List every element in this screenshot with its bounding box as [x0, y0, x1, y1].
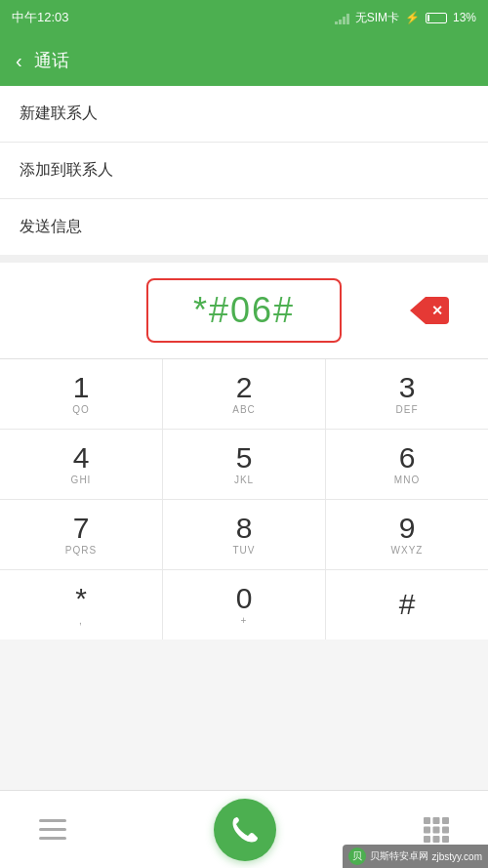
key-7[interactable]: 7 PQRS [0, 500, 163, 569]
menu-item-add-contact[interactable]: 添加到联系人 [0, 143, 488, 199]
keypad: 1 QO 2 ABC 3 DEF 4 GHI 5 JKL 6 MNO 7 PQR… [0, 358, 488, 640]
svg-rect-7 [433, 826, 440, 833]
key-7-letters: PQRS [65, 545, 97, 556]
key-3-number: 3 [399, 373, 416, 402]
svg-rect-8 [442, 826, 449, 833]
key-8-letters: TUV [233, 545, 256, 556]
battery-percent: 13% [453, 11, 476, 24]
svg-rect-6 [424, 826, 430, 833]
watermark-text: 贝斯特安卓网 [370, 849, 428, 863]
key-5[interactable]: 5 JKL [163, 430, 326, 499]
dial-display-container: *#06# ✕ [0, 263, 488, 358]
key-7-number: 7 [73, 514, 90, 543]
key-star-symbol: * [75, 584, 87, 613]
sim-text: 无SIM卡 [355, 10, 399, 26]
phone-icon [228, 813, 262, 847]
key-1-number: 1 [73, 373, 90, 402]
key-hash[interactable]: # [326, 570, 488, 640]
hamburger-icon [39, 819, 66, 841]
key-4-letters: GHI [71, 475, 92, 485]
key-3[interactable]: 3 DEF [326, 359, 488, 429]
header: ‹ 通话 [0, 35, 488, 86]
key-2[interactable]: 2 ABC [163, 359, 326, 429]
key-9-letters: WXYZ [391, 545, 424, 556]
svg-rect-3 [424, 817, 430, 824]
key-1[interactable]: 1 QO [0, 359, 163, 429]
signal-icon [335, 11, 349, 24]
section-divider [0, 255, 488, 263]
keypad-row-3: 7 PQRS 8 TUV 9 WXYZ [0, 500, 488, 570]
keypad-row-4: * , 0 + # [0, 570, 488, 640]
key-9-number: 9 [399, 514, 416, 543]
svg-rect-2 [39, 837, 66, 840]
key-hash-symbol: # [399, 590, 416, 619]
back-button[interactable]: ‹ [16, 50, 22, 72]
status-bar: 中午12:03 无SIM卡 ⚡ 13% [0, 0, 488, 35]
key-star[interactable]: * , [0, 570, 163, 640]
key-6-letters: MNO [394, 475, 420, 485]
key-star-letters: , [79, 615, 83, 626]
key-3-letters: DEF [396, 404, 419, 415]
menu-item-new-contact[interactable]: 新建联系人 [0, 86, 488, 143]
svg-rect-9 [424, 836, 430, 843]
grid-button[interactable] [424, 817, 449, 843]
keypad-row-2: 4 GHI 5 JKL 6 MNO [0, 430, 488, 500]
key-0-number: 0 [236, 584, 253, 613]
status-right: 无SIM卡 ⚡ 13% [335, 10, 476, 26]
key-8[interactable]: 8 TUV [163, 500, 326, 569]
status-time: 中午12:03 [12, 9, 69, 26]
key-6[interactable]: 6 MNO [326, 430, 488, 499]
dial-display: *#06# [146, 278, 342, 343]
key-1-letters: QO [72, 404, 90, 415]
battery-fill [427, 15, 429, 21]
backspace-button[interactable]: ✕ [410, 297, 449, 324]
page-title: 通话 [34, 49, 69, 72]
keypad-row-1: 1 QO 2 ABC 3 DEF [0, 359, 488, 430]
dial-number: *#06# [193, 290, 295, 330]
call-button[interactable] [214, 799, 276, 861]
svg-rect-1 [39, 828, 66, 831]
watermark-url: zjbstyy.com [432, 851, 483, 862]
key-9[interactable]: 9 WXYZ [326, 500, 488, 569]
key-4[interactable]: 4 GHI [0, 430, 163, 499]
svg-rect-4 [433, 817, 440, 824]
grid-icon [424, 817, 449, 843]
key-6-number: 6 [399, 443, 416, 473]
arrow-body: ✕ [426, 297, 449, 324]
key-0-letters: + [241, 615, 248, 626]
svg-rect-5 [442, 817, 449, 824]
lightning-icon: ⚡ [405, 11, 420, 24]
key-5-number: 5 [236, 443, 253, 473]
svg-rect-10 [433, 836, 440, 843]
svg-rect-0 [39, 819, 66, 822]
menu-button[interactable] [39, 819, 66, 841]
key-0[interactable]: 0 + [163, 570, 326, 640]
key-4-number: 4 [73, 443, 90, 473]
arrow-left-shape [410, 297, 426, 324]
key-5-letters: JKL [234, 475, 254, 485]
backspace-x: ✕ [431, 303, 443, 318]
menu-item-send-message[interactable]: 发送信息 [0, 199, 488, 255]
key-2-letters: ABC [232, 404, 256, 415]
watermark-icon: 贝 [348, 847, 366, 865]
backspace-icon: ✕ [410, 297, 449, 324]
svg-rect-11 [442, 836, 449, 843]
watermark: 贝 贝斯特安卓网 zjbstyy.com [343, 845, 489, 868]
key-8-number: 8 [236, 514, 253, 543]
battery-icon [426, 13, 447, 23]
key-2-number: 2 [236, 373, 253, 402]
menu-container: 新建联系人 添加到联系人 发送信息 [0, 86, 488, 255]
